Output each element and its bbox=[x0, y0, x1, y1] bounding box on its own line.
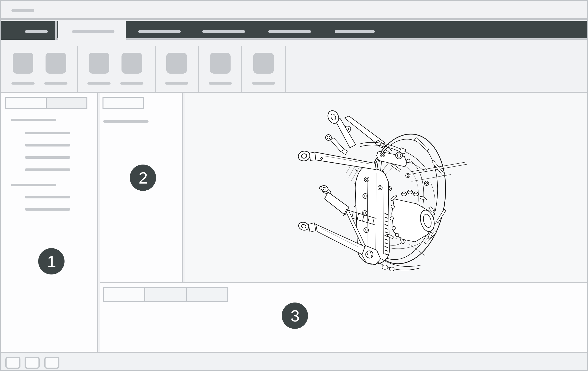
menu-tab-active[interactable] bbox=[58, 21, 126, 41]
navigation-tab-2[interactable] bbox=[46, 98, 87, 108]
toolbar-button-1-icon[interactable] bbox=[13, 53, 33, 74]
navigation-panel bbox=[1, 93, 98, 352]
detail-tabset bbox=[103, 287, 228, 302]
title-bar bbox=[1, 1, 587, 20]
menu-item-4[interactable] bbox=[268, 30, 311, 33]
navigation-tab-1[interactable] bbox=[6, 98, 46, 108]
toolbar-ribbon bbox=[1, 41, 587, 93]
drawing-viewport[interactable] bbox=[185, 93, 587, 282]
tree-group-2-label bbox=[11, 184, 56, 186]
toolbar-label-7 bbox=[252, 82, 275, 85]
toolbar-button-2-icon[interactable] bbox=[45, 53, 66, 74]
status-bar bbox=[1, 352, 587, 370]
toolbar-separator bbox=[155, 46, 156, 92]
toolbar-label-2 bbox=[44, 82, 67, 85]
tree-item[interactable] bbox=[25, 208, 70, 211]
toolbar-button-4-icon[interactable] bbox=[122, 53, 142, 74]
suspension-brake-drum-illustration bbox=[294, 108, 470, 274]
toolbar-button-7-icon[interactable] bbox=[253, 53, 274, 74]
toolbar-label-4 bbox=[120, 82, 143, 85]
toolbar-separator bbox=[77, 46, 78, 92]
detail-tab-1[interactable] bbox=[104, 288, 144, 301]
toolbar-label-6 bbox=[209, 82, 232, 85]
parts-list-entry[interactable] bbox=[103, 120, 148, 123]
window-title-placeholder bbox=[11, 9, 34, 12]
menu-item-2[interactable] bbox=[138, 30, 181, 33]
toolbar-separator bbox=[198, 46, 199, 92]
status-button-3[interactable] bbox=[44, 357, 59, 369]
tree-item[interactable] bbox=[25, 168, 70, 171]
annotation-badge-3: 3 bbox=[282, 303, 308, 329]
status-button-2[interactable] bbox=[25, 357, 40, 369]
parts-list-tab[interactable] bbox=[104, 98, 143, 108]
detail-panel bbox=[100, 282, 587, 352]
toolbar-button-3-icon[interactable] bbox=[89, 53, 109, 74]
detail-tab-2[interactable] bbox=[144, 288, 186, 301]
menu-item-file[interactable] bbox=[1, 21, 57, 40]
status-button-1[interactable] bbox=[5, 357, 21, 369]
toolbar-separator bbox=[285, 46, 286, 92]
toolbar-button-6-icon[interactable] bbox=[210, 53, 231, 74]
annotation-badge-1: 1 bbox=[38, 248, 64, 274]
tree-item[interactable] bbox=[25, 196, 70, 198]
tree-item[interactable] bbox=[25, 156, 70, 159]
annotation-badge-1-number: 1 bbox=[47, 252, 55, 271]
app-window: 1 2 3 bbox=[0, 0, 588, 371]
active-tab-label-placeholder bbox=[72, 30, 115, 33]
menu-item-label-placeholder bbox=[25, 30, 48, 33]
tree-item[interactable] bbox=[25, 144, 70, 146]
annotation-badge-3-number: 3 bbox=[291, 306, 299, 325]
menu-item-5[interactable] bbox=[335, 30, 375, 33]
toolbar-label-1 bbox=[11, 82, 35, 85]
navigation-tabset bbox=[5, 97, 87, 109]
menu-item-3[interactable] bbox=[202, 30, 245, 33]
annotation-badge-2-number: 2 bbox=[138, 168, 147, 187]
tree-group-1-label bbox=[11, 119, 56, 121]
tree-item[interactable] bbox=[25, 132, 70, 134]
toolbar-label-3 bbox=[87, 82, 111, 85]
annotation-badge-2: 2 bbox=[130, 164, 156, 191]
toolbar-label-5 bbox=[165, 82, 188, 85]
menu-bar bbox=[1, 21, 587, 40]
toolbar-button-5-icon[interactable] bbox=[166, 53, 187, 74]
parts-list-tabset bbox=[103, 97, 144, 109]
toolbar-separator bbox=[241, 46, 242, 92]
detail-tab-3[interactable] bbox=[186, 288, 227, 301]
